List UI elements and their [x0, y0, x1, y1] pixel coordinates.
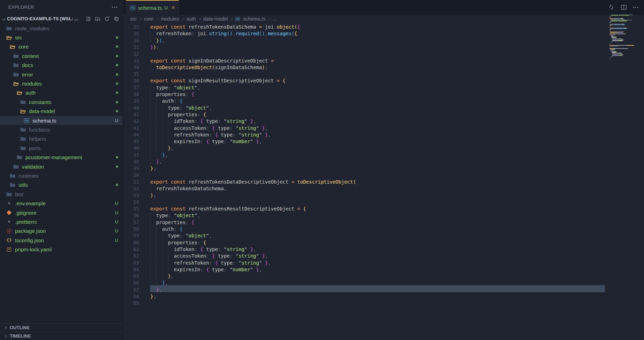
- tree-item-pcustomer-management[interactable]: pcustomer-management: [0, 153, 123, 162]
- code-line-68[interactable]: };: [150, 293, 156, 300]
- new-file-icon[interactable]: [85, 16, 91, 22]
- tree-item-modules[interactable]: modules: [0, 79, 123, 88]
- tree-item--env-example[interactable]: *.env.exampleU: [0, 199, 123, 208]
- code-line-67[interactable]: },: [150, 287, 162, 293]
- code-line-45[interactable]: expiresIn: { type: "number" },: [150, 138, 262, 145]
- tree-item-schema-ts[interactable]: TSschema.tsU: [0, 116, 123, 125]
- git-modified-dot: [116, 153, 118, 162]
- tab-schema-ts[interactable]: TS schema.ts U ×: [126, 0, 179, 15]
- breadcrumb-item-modules[interactable]: modules: [161, 16, 179, 22]
- code-line-47[interactable]: },: [150, 152, 168, 158]
- code-line-65[interactable]: },: [150, 273, 174, 280]
- tree-item-functions[interactable]: functions: [0, 125, 123, 134]
- explorer-header: EXPLORER: [0, 0, 123, 14]
- tree-item-data-model[interactable]: data-model: [0, 107, 123, 116]
- code-line-26[interactable]: refreshToken: joi.string().required().me…: [150, 30, 297, 37]
- open-changes-icon[interactable]: [608, 4, 614, 10]
- code-line-41[interactable]: properties: {: [150, 111, 206, 118]
- code-line-48[interactable]: },: [150, 158, 162, 165]
- tree-item-auth[interactable]: auth: [0, 88, 123, 97]
- tree-item-tsconfig-json[interactable]: {}tsconfig.jsonU: [0, 236, 123, 245]
- code-line-30[interactable]: }),: [150, 37, 165, 44]
- tree-item-label: validation: [22, 164, 44, 170]
- code-line-42[interactable]: idToken: { type: "string" },: [150, 118, 256, 125]
- refresh-icon[interactable]: [104, 16, 110, 22]
- breadcrumb-separator-icon: [268, 17, 270, 20]
- code-line-64[interactable]: expiresIn: { type: "number" },: [150, 266, 262, 273]
- code-line-46[interactable]: },: [150, 145, 174, 151]
- breadcrumb-item-core[interactable]: core: [144, 16, 153, 22]
- tree-item-src[interactable]: src: [0, 33, 123, 42]
- tree-item-ports[interactable]: ports: [0, 143, 123, 153]
- code-line-38[interactable]: properties: {: [150, 91, 194, 98]
- explorer-more-actions-icon[interactable]: [112, 7, 117, 8]
- code-line-34[interactable]: toDescriptiveObject(signInDataSchema);: [150, 64, 268, 71]
- tree-item-package-json[interactable]: npackage.jsonU: [0, 227, 123, 236]
- typescript-file-icon: TS: [129, 5, 136, 10]
- breadcrumb-item-src[interactable]: src: [130, 16, 137, 22]
- code-line-36[interactable]: export const signInResultDescriptiveObje…: [150, 77, 286, 84]
- tree-item--prettierrc[interactable]: *.prettierrcU: [0, 217, 123, 226]
- tree-item-label: core: [18, 44, 29, 50]
- code-line-43[interactable]: accessToken: { type: "string" },: [150, 125, 268, 132]
- tree-item-label: .gitignore: [15, 210, 37, 216]
- tree-item-core[interactable]: core: [0, 42, 123, 51]
- code-line-33[interactable]: export const signInDataDescriptiveObject…: [150, 58, 274, 64]
- code-line-66[interactable]: },: [150, 280, 168, 286]
- code-line-52[interactable]: refreshTokensDataSchema,: [150, 185, 227, 192]
- code-line-49[interactable]: };: [150, 165, 156, 172]
- timeline-section-header[interactable]: TIMELINE: [0, 332, 123, 340]
- tree-item-context[interactable]: context: [0, 51, 123, 60]
- code-line-60[interactable]: properties: {: [150, 239, 206, 246]
- tree-item-utils[interactable]: utils: [0, 180, 123, 190]
- line-number: 42: [123, 118, 139, 125]
- breadcrumb-item-auth[interactable]: auth: [187, 16, 196, 22]
- code-line-55[interactable]: export const refreshTokensResultDescript…: [150, 206, 306, 212]
- outline-section-header[interactable]: OUTLINE: [0, 323, 123, 332]
- minimap[interactable]: [609, 9, 643, 226]
- line-number: 37: [123, 84, 139, 91]
- tree-item-validation[interactable]: validation: [0, 162, 123, 171]
- breadcrumb-item-file[interactable]: TSschema.ts: [235, 16, 265, 22]
- code-line-56[interactable]: type: "object",: [150, 212, 200, 219]
- collapse-folders-icon[interactable]: [114, 16, 119, 22]
- code-line-61[interactable]: idToken: { type: "string" },: [150, 246, 256, 253]
- new-folder-icon[interactable]: [95, 16, 100, 22]
- code-line-44[interactable]: refreshToken: { type: "string" },: [150, 132, 271, 138]
- current-line-highlight: [150, 285, 605, 292]
- code-line-62[interactable]: accessToken: { type: "string" },: [150, 253, 268, 259]
- tab-git-badge: U: [164, 5, 167, 10]
- workspace-section-header[interactable]: COGNITO-EXAMPLE-TS [WSL: ...: [0, 14, 123, 23]
- line-number: 51: [123, 179, 139, 185]
- tree-item--gitignore[interactable]: .gitignoreU: [0, 208, 123, 217]
- breadcrumb-item-data-model[interactable]: data-model: [203, 16, 228, 22]
- tree-item-label: package.json: [15, 228, 46, 234]
- breadcrumb-overflow[interactable]: ...: [273, 16, 277, 22]
- tree-item-error[interactable]: error: [0, 70, 123, 79]
- code-line-59[interactable]: type: "object",: [150, 232, 212, 239]
- code-line-57[interactable]: properties: {: [150, 219, 194, 226]
- code-line-40[interactable]: type: "object",: [150, 105, 212, 111]
- tree-item-constants[interactable]: constants: [0, 97, 123, 106]
- code-line-39[interactable]: auth: {: [150, 98, 183, 104]
- split-editor-icon[interactable]: [621, 5, 627, 10]
- code-line-25[interactable]: export const refreshTokensDataSchema = j…: [150, 24, 300, 30]
- line-number: 54: [123, 199, 139, 206]
- line-number: 45: [123, 138, 139, 145]
- code-line-53[interactable]: );: [150, 192, 156, 199]
- tree-item-helpers[interactable]: helpers: [0, 134, 123, 143]
- code-line-51[interactable]: export const refreshTokensDataDescriptiv…: [150, 179, 356, 185]
- git-modified-dot: [116, 61, 118, 70]
- code-line-31[interactable]: });: [150, 44, 159, 51]
- code-line-63[interactable]: refreshToken: { type: "string" },: [150, 260, 271, 266]
- tree-item-pnpm-lock-yaml[interactable]: Ypnpm-lock.yaml: [0, 245, 123, 254]
- code-editor[interactable]: 25export const refreshTokensDataSchema =…: [123, 0, 644, 340]
- tree-item-test[interactable]: test: [0, 190, 123, 199]
- code-line-58[interactable]: auth: {: [150, 226, 183, 232]
- tree-item-docs[interactable]: docs: [0, 61, 123, 70]
- tree-item-runtimes[interactable]: runtimes: [0, 171, 123, 180]
- code-line-37[interactable]: type: "object",: [150, 84, 200, 91]
- close-tab-icon[interactable]: ×: [172, 4, 175, 11]
- tree-item-node-modules[interactable]: node_modules: [0, 24, 123, 33]
- editor-more-actions-icon[interactable]: [633, 7, 638, 8]
